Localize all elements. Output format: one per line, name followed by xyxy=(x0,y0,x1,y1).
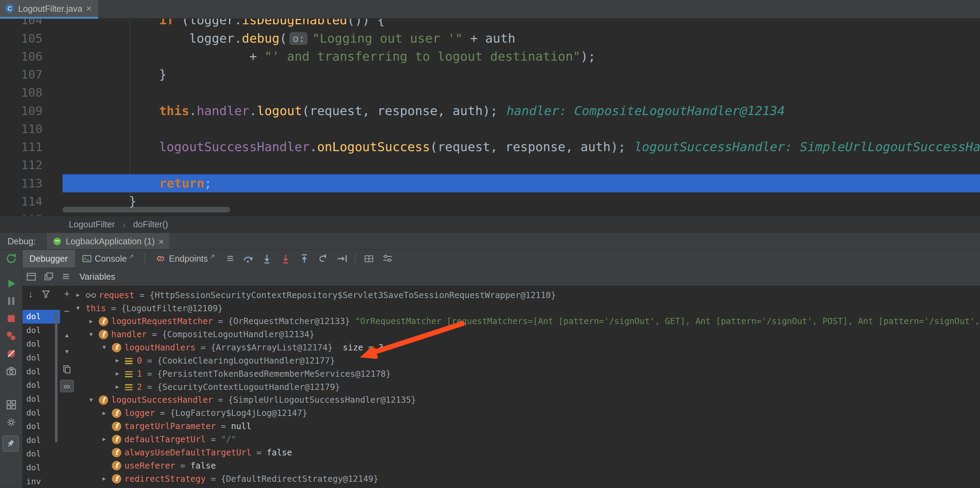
code-line-105[interactable]: 105logger.debug(o:"Logging out user '" +… xyxy=(0,29,980,48)
code-line-109[interactable]: 109this.handler.logout(request, response… xyxy=(0,102,980,120)
rerun-button[interactable] xyxy=(6,253,17,264)
variable-row-request[interactable]: ▶request = {HttpSessionSecurityContextRe… xyxy=(74,289,980,302)
filter-frames-button[interactable] xyxy=(40,288,51,299)
layout-menu-icon[interactable]: ≡ xyxy=(227,252,234,265)
horizontal-scrollbar[interactable] xyxy=(62,207,230,213)
force-step-into-button[interactable] xyxy=(277,252,294,265)
threads-view-button[interactable] xyxy=(43,270,55,283)
line-number[interactable]: 111 xyxy=(0,138,43,156)
hide-frames-button[interactable]: ↓ xyxy=(25,288,36,299)
stack-frame-item[interactable]: dol xyxy=(22,324,60,338)
pin-tab-button[interactable] xyxy=(2,435,19,451)
resume-button[interactable] xyxy=(6,278,17,289)
variable-row-logoutHandlers[interactable]: ▼flogoutHandlers = {Arrays$ArrayList@121… xyxy=(74,341,980,354)
duplicate-watch-button[interactable] xyxy=(61,363,73,375)
expand-arrow-icon[interactable]: ▶ xyxy=(116,381,125,394)
breadcrumb-method[interactable]: doFilter() xyxy=(133,219,168,229)
variable-row-0[interactable]: ▶0 = {CookieClearingLogoutHandler@12177} xyxy=(74,354,980,367)
variable-row-logger[interactable]: ▶flogger = {LogFactory$Log4jLog@12147} xyxy=(74,407,980,420)
expand-arrow-icon[interactable]: ▼ xyxy=(103,341,112,354)
variables-menu-icon[interactable]: ≡ xyxy=(62,270,69,283)
stack-frame-item[interactable]: dol xyxy=(22,378,60,393)
stack-frame-item[interactable]: dol xyxy=(22,365,60,379)
view-breakpoints-button[interactable] xyxy=(6,330,17,342)
expand-arrow-icon[interactable]: ▶ xyxy=(116,367,125,381)
stop-button[interactable] xyxy=(6,313,17,324)
frames-view-button[interactable] xyxy=(25,270,37,283)
breadcrumb-class[interactable]: LogoutFilter xyxy=(68,219,115,229)
evaluate-expression-button[interactable] xyxy=(361,252,377,265)
stack-frame-item[interactable]: dol xyxy=(22,406,60,420)
expand-arrow-icon[interactable]: ▶ xyxy=(89,315,99,328)
line-number[interactable]: 107 xyxy=(0,65,43,84)
stack-frame-item[interactable]: dol xyxy=(22,337,60,351)
expand-arrow-icon[interactable]: ▼ xyxy=(89,328,99,341)
variable-row-alwaysUseDefaultTargetUrl[interactable]: falwaysUseDefaultTargetUrl = false xyxy=(74,446,980,459)
move-up-button[interactable]: ▲ xyxy=(61,329,73,342)
step-into-button[interactable] xyxy=(259,252,275,265)
code-line-110[interactable]: 110 xyxy=(0,120,980,138)
expand-arrow-icon[interactable]: ▶ xyxy=(103,407,112,420)
drop-frame-button[interactable] xyxy=(315,252,331,265)
code-line-107[interactable]: 107} xyxy=(0,65,980,84)
show-watches-button[interactable]: ∞ xyxy=(60,380,74,393)
code-line-113[interactable]: 113return; xyxy=(0,174,980,192)
close-session-icon[interactable]: × xyxy=(159,236,164,246)
code-line-106[interactable]: 106+ "' and transferring to logout desti… xyxy=(0,48,980,65)
stack-frame-item[interactable]: inv xyxy=(22,475,60,488)
tab-endpoints[interactable]: Endpoints ↗ xyxy=(149,250,221,267)
variable-row-this[interactable]: ▼this = {LogoutFilter@12109} xyxy=(74,302,980,315)
expand-arrow-icon[interactable]: ▶ xyxy=(116,354,125,367)
stack-frame-item[interactable]: dol xyxy=(22,420,60,434)
stack-frame-item[interactable]: dol xyxy=(22,434,60,447)
expand-arrow-icon[interactable]: ▼ xyxy=(89,393,99,407)
variable-row-handler[interactable]: ▼fhandler = {CompositeLogoutHandler@1213… xyxy=(74,328,980,341)
variable-row-targetUrlParameter[interactable]: ftargetUrlParameter = null xyxy=(74,420,980,433)
variable-row-1[interactable]: ▶1 = {PersistentTokenBasedRememberMeServ… xyxy=(74,367,980,381)
tab-console[interactable]: Console ↗ xyxy=(75,250,141,267)
expand-arrow-icon[interactable]: ▶ xyxy=(76,289,86,302)
editor-tab-logoutfilter[interactable]: C LogoutFilter.java × xyxy=(0,0,98,19)
restore-layout-button[interactable] xyxy=(6,399,17,410)
line-number[interactable]: 109 xyxy=(0,102,43,120)
code-line-104[interactable]: 104if (logger.isDebugEnabled()) { xyxy=(0,19,980,29)
stack-frame-item[interactable]: dol xyxy=(22,351,60,365)
variable-row-defaultTargetUrl[interactable]: ▶fdefaultTargetUrl = "/" xyxy=(74,433,980,446)
code-line-111[interactable]: 111logoutSuccessHandler.onLogoutSuccess(… xyxy=(0,138,980,156)
add-watch-button[interactable]: + xyxy=(61,288,73,300)
settings-button[interactable] xyxy=(6,416,17,428)
close-tab-icon[interactable]: × xyxy=(86,4,92,13)
variable-row-redirectStrategy[interactable]: ▶fredirectStrategy = {DefaultRedirectStr… xyxy=(74,472,980,486)
line-number[interactable]: 108 xyxy=(0,84,43,102)
code-editor[interactable]: 104if (logger.isDebugEnabled()) {105logg… xyxy=(0,19,980,216)
thread-dump-button[interactable] xyxy=(6,365,17,377)
variable-row-logoutRequestMatcher[interactable]: ▶flogoutRequestMatcher = {OrRequestMatch… xyxy=(74,315,980,328)
expand-arrow-icon[interactable]: ▶ xyxy=(103,433,112,446)
frames-scrollbar[interactable] xyxy=(55,311,57,442)
line-number[interactable]: 110 xyxy=(0,120,43,138)
line-number[interactable]: 112 xyxy=(0,156,43,174)
pause-button[interactable] xyxy=(6,295,17,307)
variable-row-useReferer[interactable]: fuseReferer = false xyxy=(74,459,980,472)
move-down-button[interactable]: ▼ xyxy=(61,345,73,358)
stack-frame-item[interactable]: dol xyxy=(22,447,60,461)
step-out-button[interactable] xyxy=(296,252,312,265)
remove-watch-button[interactable]: − xyxy=(61,305,73,318)
code-line-112[interactable]: 112 xyxy=(0,156,980,174)
line-number[interactable]: 114 xyxy=(0,192,43,210)
variable-row-2[interactable]: ▶2 = {SecurityContextLogoutHandler@12179… xyxy=(74,381,980,394)
stack-frame-item[interactable]: dol xyxy=(22,393,60,406)
run-to-cursor-button[interactable] xyxy=(334,252,350,265)
code-line-108[interactable]: 108 xyxy=(0,84,980,102)
expand-arrow-icon[interactable]: ▶ xyxy=(103,472,112,486)
line-number[interactable]: 105 xyxy=(0,29,43,48)
line-number[interactable]: 106 xyxy=(0,48,43,65)
debug-session-tab[interactable]: LogbackApplication (1) × xyxy=(47,232,170,250)
line-number[interactable]: 113 xyxy=(0,174,43,192)
tab-debugger[interactable]: Debugger xyxy=(22,250,75,267)
view-options-button[interactable] xyxy=(379,252,396,265)
expand-arrow-icon[interactable]: ▼ xyxy=(76,302,86,315)
stack-frame-item[interactable]: dol xyxy=(22,310,60,324)
line-number[interactable]: 104 xyxy=(0,19,43,29)
variable-row-logoutSuccessHandler[interactable]: ▼flogoutSuccessHandler = {SimpleUrlLogou… xyxy=(74,393,980,407)
